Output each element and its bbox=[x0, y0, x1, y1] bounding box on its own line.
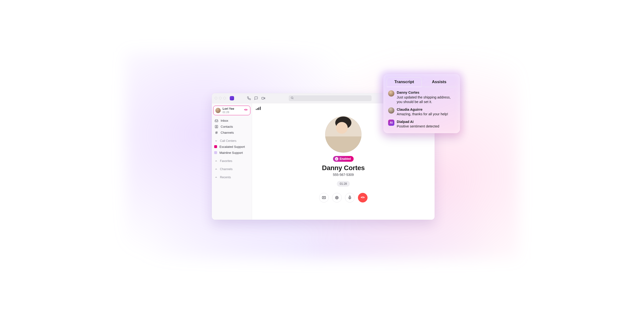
screen-share-icon bbox=[322, 196, 326, 200]
caller-name: Danny Cortes bbox=[322, 164, 365, 172]
svg-point-6 bbox=[336, 197, 337, 198]
speaker-name: Danny Cortes bbox=[397, 90, 455, 95]
message-text: Positive sentiment detected bbox=[397, 124, 439, 129]
window-traffic-lights bbox=[215, 97, 226, 100]
traffic-close-icon[interactable] bbox=[215, 97, 217, 100]
chevron-up-icon bbox=[215, 168, 218, 170]
sidebar-item-contacts[interactable]: Contacts bbox=[213, 124, 250, 130]
call-duration-pill: 01:28 bbox=[337, 181, 350, 187]
svg-rect-0 bbox=[262, 97, 264, 99]
record-button[interactable] bbox=[332, 193, 342, 202]
caller-phone: 555-567-5309 bbox=[333, 173, 354, 176]
sidebar-item-label: Inbox bbox=[221, 119, 228, 122]
record-icon bbox=[335, 196, 339, 200]
screen-share-button[interactable] bbox=[319, 193, 329, 202]
sidebar: Lori Yee 01:28 Inbox Contacts bbox=[212, 103, 252, 220]
active-call-card[interactable]: Lori Yee 01:28 bbox=[213, 106, 250, 115]
tab-assists[interactable]: Assists bbox=[422, 78, 457, 87]
message-text: Amazing, thanks for all your help! bbox=[397, 112, 448, 117]
ai-enabled-badge: Ai Enabled bbox=[333, 156, 354, 162]
call-center-item-escalated[interactable]: Escalated Support bbox=[213, 144, 250, 150]
ai-icon: Ai bbox=[335, 157, 338, 160]
sidebar-item-inbox[interactable]: Inbox bbox=[213, 118, 250, 124]
transcript-message: Claudia Aguirre Amazing, thanks for all … bbox=[388, 107, 455, 117]
speaker-name: Dialpad Ai bbox=[397, 120, 439, 124]
sidebar-item-label: Contacts bbox=[221, 125, 233, 128]
app-logo-icon bbox=[230, 96, 234, 100]
section-header-favorites[interactable]: Favorites bbox=[213, 158, 250, 164]
color-swatch-icon bbox=[214, 145, 217, 148]
section-header-recents[interactable]: Recents bbox=[213, 174, 250, 180]
list-item-label: Mainline Support bbox=[220, 151, 243, 154]
list-item-label: Escalated Support bbox=[220, 145, 245, 148]
microphone-icon bbox=[348, 196, 352, 200]
search-icon bbox=[290, 96, 294, 100]
caller-avatar bbox=[325, 116, 362, 152]
traffic-minimize-icon[interactable] bbox=[219, 97, 222, 100]
chevron-up-icon bbox=[215, 160, 218, 162]
svg-point-1 bbox=[291, 97, 293, 99]
color-swatch-icon bbox=[214, 151, 217, 154]
transcript-card: Transcript Assists Danny Cortes Just upd… bbox=[383, 74, 460, 133]
call-center-item-mainline[interactable]: Mainline Support bbox=[213, 150, 250, 156]
mute-button[interactable] bbox=[345, 193, 354, 202]
hangup-icon bbox=[360, 196, 365, 200]
end-call-button[interactable] bbox=[358, 193, 368, 202]
tab-transcript[interactable]: Transcript bbox=[387, 78, 422, 87]
active-call-name: Lori Yee bbox=[222, 107, 242, 111]
chat-icon[interactable] bbox=[254, 96, 258, 100]
call-controls bbox=[319, 193, 368, 202]
svg-point-3 bbox=[216, 126, 217, 127]
section-header-channels-2[interactable]: Channels bbox=[213, 166, 250, 172]
section-header-call-centers[interactable]: Call Centers bbox=[213, 138, 250, 144]
avatar bbox=[388, 107, 394, 114]
sidebar-item-channels[interactable]: Channels bbox=[213, 130, 250, 136]
sidebar-item-label: Channels bbox=[221, 131, 234, 134]
message-text: Just updated the shipping address, you s… bbox=[397, 95, 455, 104]
svg-point-5 bbox=[336, 196, 338, 199]
chevron-down-icon bbox=[215, 140, 218, 142]
active-call-duration: 01:28 bbox=[222, 111, 242, 114]
avatar bbox=[216, 108, 221, 113]
svg-rect-7 bbox=[349, 196, 350, 198]
speaker-name: Claudia Aguirre bbox=[397, 107, 448, 112]
traffic-zoom-icon[interactable] bbox=[223, 97, 226, 100]
transcript-message: Danny Cortes Just updated the shipping a… bbox=[388, 90, 455, 104]
chevron-up-icon bbox=[215, 176, 218, 179]
ai-badge-label: Enabled bbox=[340, 157, 351, 160]
transcript-message: Ai Dialpad Ai Positive sentiment detecte… bbox=[388, 120, 455, 129]
avatar bbox=[388, 90, 394, 96]
section-header-label: Favorites bbox=[220, 159, 232, 163]
section-header-label: Call Centers bbox=[220, 139, 236, 142]
video-icon[interactable] bbox=[262, 96, 265, 100]
hangup-icon[interactable] bbox=[244, 108, 248, 112]
section-header-label: Channels bbox=[220, 168, 233, 171]
search-input[interactable] bbox=[289, 95, 372, 101]
section-header-label: Recents bbox=[220, 176, 231, 179]
phone-icon[interactable] bbox=[247, 96, 251, 100]
ai-avatar-icon: Ai bbox=[388, 120, 394, 126]
signal-strength-icon bbox=[256, 106, 261, 110]
